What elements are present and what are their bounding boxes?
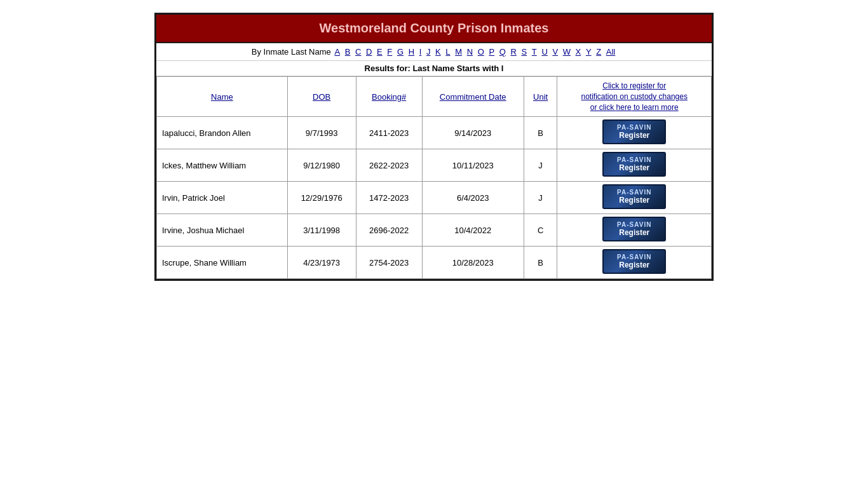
table-row: Irvine, Joshua Michael3/11/19982696-2022… <box>157 214 712 247</box>
alpha-link-d[interactable]: D <box>366 47 372 57</box>
inmates-table: Name DOB Booking# Commitment Date Unit C… <box>156 76 712 279</box>
results-header: Results for: Last Name Starts with I <box>156 61 712 76</box>
alpha-navigation: By Inmate Last Name A B C D E F G H I J … <box>156 43 712 61</box>
here-link[interactable]: here <box>616 103 632 112</box>
cell-register: PA-SAVINRegister <box>557 149 712 182</box>
cell-unit: B <box>524 247 557 279</box>
cell-dob: 4/23/1973 <box>287 247 356 279</box>
alpha-link-q[interactable]: Q <box>499 47 506 57</box>
alpha-link-r[interactable]: R <box>510 47 516 57</box>
col-dob[interactable]: DOB <box>287 77 356 117</box>
cell-name: Iapalucci, Brandon Allen <box>157 117 288 149</box>
alpha-link-y[interactable]: Y <box>586 47 592 57</box>
cell-commitment-date: 10/28/2023 <box>422 247 524 279</box>
cell-booking: 2754-2023 <box>356 247 422 279</box>
alpha-link-i[interactable]: I <box>419 47 422 57</box>
cell-dob: 9/12/1980 <box>287 149 356 182</box>
alpha-link-k[interactable]: K <box>435 47 441 57</box>
col-commitment-date[interactable]: Commitment Date <box>422 77 524 117</box>
cell-name: Iscrupe, Shane William <box>157 247 288 279</box>
cell-name: Irvin, Patrick Joel <box>157 182 288 214</box>
cell-unit: B <box>524 117 557 149</box>
cell-register: PA-SAVINRegister <box>557 117 712 149</box>
col-notification: Click to register fornotification on cus… <box>557 77 712 117</box>
alpha-link-v[interactable]: V <box>552 47 558 57</box>
alpha-link-n[interactable]: N <box>467 47 473 57</box>
cell-name: Ickes, Matthew William <box>157 149 288 182</box>
alpha-link-h[interactable]: H <box>409 47 414 57</box>
cell-dob: 9/7/1993 <box>287 117 356 149</box>
alpha-link-f[interactable]: F <box>387 47 392 57</box>
pa-savin-register-button[interactable]: PA-SAVINRegister <box>602 119 666 144</box>
alpha-link-z[interactable]: Z <box>596 47 601 57</box>
alpha-link-l[interactable]: L <box>445 47 450 57</box>
col-unit[interactable]: Unit <box>524 77 557 117</box>
alpha-link-a[interactable]: A <box>334 47 340 57</box>
cell-booking: 2411-2023 <box>356 117 422 149</box>
alpha-link-o[interactable]: O <box>478 47 484 57</box>
pa-savin-register-button[interactable]: PA-SAVINRegister <box>602 152 666 177</box>
cell-register: PA-SAVINRegister <box>557 214 712 247</box>
alpha-link-m[interactable]: M <box>455 47 462 57</box>
alpha-link-w[interactable]: W <box>563 47 571 57</box>
table-row: Iapalucci, Brandon Allen9/7/19932411-202… <box>157 117 712 149</box>
col-name[interactable]: Name <box>157 77 288 117</box>
col-booking[interactable]: Booking# <box>356 77 422 117</box>
cell-unit: C <box>524 214 557 247</box>
main-container: Westmoreland County Prison Inmates By In… <box>154 13 714 281</box>
cell-commitment-date: 10/4/2022 <box>422 214 524 247</box>
cell-unit: J <box>524 182 557 214</box>
page-title: Westmoreland County Prison Inmates <box>156 15 712 43</box>
cell-dob: 3/11/1998 <box>287 214 356 247</box>
cell-booking: 2696-2022 <box>356 214 422 247</box>
cell-dob: 12/29/1976 <box>287 182 356 214</box>
cell-commitment-date: 10/11/2023 <box>422 149 524 182</box>
alpha-link-x[interactable]: X <box>576 47 581 57</box>
table-row: Iscrupe, Shane William4/23/19732754-2023… <box>157 247 712 279</box>
alpha-label: By Inmate Last Name <box>252 47 331 57</box>
alpha-link-j[interactable]: J <box>426 47 431 57</box>
alpha-link-u[interactable]: U <box>541 47 547 57</box>
cell-name: Irvine, Joshua Michael <box>157 214 288 247</box>
alpha-link-p[interactable]: P <box>489 47 494 57</box>
cell-commitment-date: 6/4/2023 <box>422 182 524 214</box>
alpha-link-g[interactable]: G <box>397 47 403 57</box>
table-row: Irvin, Patrick Joel12/29/19761472-20236/… <box>157 182 712 214</box>
alpha-link-b[interactable]: B <box>345 47 351 57</box>
pa-savin-register-button[interactable]: PA-SAVINRegister <box>602 217 666 241</box>
cell-booking: 1472-2023 <box>356 182 422 214</box>
alpha-link-e[interactable]: E <box>377 47 383 57</box>
alpha-link-s[interactable]: S <box>522 47 527 57</box>
cell-register: PA-SAVINRegister <box>557 182 712 214</box>
cell-commitment-date: 9/14/2023 <box>422 117 524 149</box>
pa-savin-register-button[interactable]: PA-SAVINRegister <box>602 184 666 209</box>
alpha-link-c[interactable]: C <box>355 47 361 57</box>
cell-booking: 2622-2023 <box>356 149 422 182</box>
pa-savin-register-button[interactable]: PA-SAVINRegister <box>602 249 666 274</box>
cell-register: PA-SAVINRegister <box>557 247 712 279</box>
alpha-link-t[interactable]: T <box>532 47 537 57</box>
table-row: Ickes, Matthew William9/12/19802622-2023… <box>157 149 712 182</box>
alpha-link-all[interactable]: All <box>606 47 615 57</box>
cell-unit: J <box>524 149 557 182</box>
